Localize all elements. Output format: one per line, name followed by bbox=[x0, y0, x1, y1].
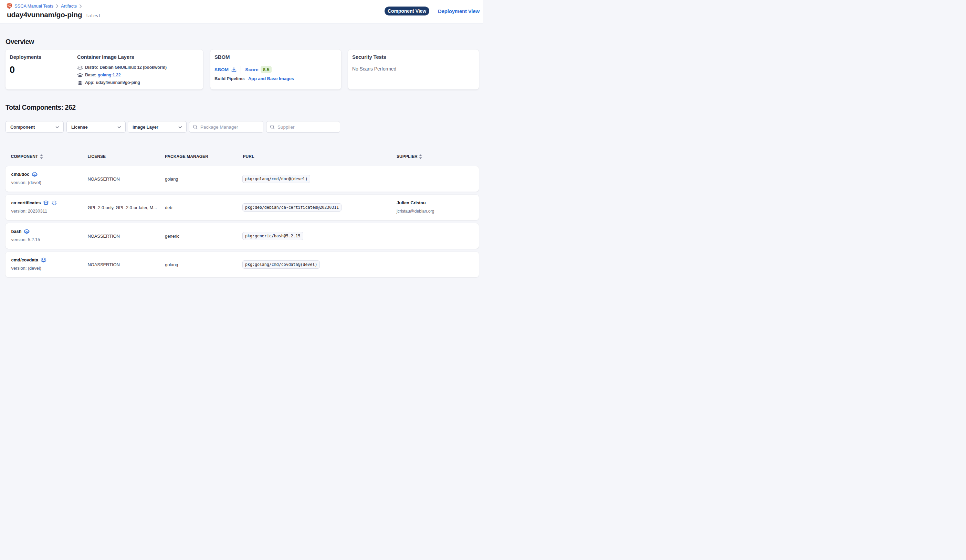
supplier-name: Julien Cristau bbox=[397, 200, 434, 206]
deployments-count: 0 bbox=[10, 65, 15, 75]
distro-layer-icon bbox=[77, 65, 83, 70]
breadcrumb-link-project[interactable]: SSCA Manual Tests bbox=[15, 3, 53, 8]
app-layer-icon bbox=[43, 201, 49, 205]
package-manager-search-input[interactable] bbox=[200, 124, 252, 130]
download-icon[interactable] bbox=[232, 67, 237, 72]
breadcrumb-chevron-icon bbox=[56, 4, 59, 8]
title-row: uday4vunnam/go-ping latest bbox=[7, 10, 101, 19]
table-row[interactable]: ca-certificates version: 20230311 GPL-2.… bbox=[5, 195, 479, 220]
build-pipeline-label: Build Pipeline: bbox=[215, 76, 245, 81]
app-value: uday4vunnam/go-ping bbox=[96, 80, 140, 85]
app-layer-icon bbox=[32, 172, 38, 177]
chevron-down-icon bbox=[117, 126, 121, 129]
package-manager-cell: generic bbox=[165, 223, 179, 249]
security-tests-card: Security Tests No Scans Performed bbox=[348, 49, 479, 89]
package-manager-cell: deb bbox=[165, 195, 172, 220]
build-pipeline-link[interactable]: App and Base Images bbox=[248, 76, 294, 81]
component-name: ca-certificates bbox=[12, 200, 41, 206]
purl-chip: pkg:golang/cmd/doc@(devel) bbox=[242, 175, 310, 183]
artifact-tag-label: latest bbox=[86, 13, 100, 18]
purl-chip: pkg:deb/debian/ca-certificates@20230311 bbox=[242, 203, 342, 211]
artifact-detail-page: SSCA Manual Tests Artifacts uday4vunnam/… bbox=[0, 0, 483, 280]
total-components-heading: Total Components: 262 bbox=[5, 103, 76, 111]
base-layer-row: Base: golang:1.22 bbox=[77, 72, 167, 78]
search-icon bbox=[270, 124, 275, 129]
license-cell: GPL-2.0-only, GPL-2.0-or-later, M... bbox=[88, 195, 157, 220]
sbom-title: SBOM bbox=[215, 54, 230, 60]
breadcrumb-chevron-icon bbox=[79, 4, 82, 8]
chevron-down-icon bbox=[56, 126, 59, 129]
column-header-license: LICENSE bbox=[88, 154, 106, 159]
purl-chip: pkg:generic/bash@5.2.15 bbox=[242, 232, 303, 240]
column-header-component[interactable]: COMPONENT bbox=[11, 154, 38, 159]
sbom-score-badge: 8.5 bbox=[261, 66, 272, 73]
app-layer-row: App: uday4vunnam/go-ping bbox=[77, 80, 167, 85]
distro-label: Distro: bbox=[85, 65, 99, 70]
column-header-package-manager: PACKAGE MANAGER bbox=[165, 154, 208, 159]
component-name: cmd/doc bbox=[12, 172, 30, 177]
app-label: App: bbox=[85, 80, 94, 85]
component-version: version: (devel) bbox=[12, 265, 41, 271]
distro-layer-icon bbox=[51, 201, 57, 205]
security-tests-status: No Scans Performed bbox=[352, 66, 396, 72]
page-title: uday4vunnam/go-ping bbox=[7, 10, 82, 19]
license-filter-dropdown[interactable]: License bbox=[66, 121, 126, 133]
sbom-score-label: Score bbox=[245, 67, 258, 72]
app-layer-icon bbox=[41, 258, 46, 262]
table-row[interactable]: bash version: 5.2.15 NOASSERTION generic… bbox=[5, 223, 479, 249]
deployment-view-link[interactable]: Deployment View bbox=[438, 8, 480, 14]
column-header-supplier[interactable]: SUPPLIER bbox=[397, 154, 417, 159]
breadcrumb-link-artifacts[interactable]: Artifacts bbox=[61, 3, 77, 8]
sort-icon[interactable] bbox=[40, 154, 43, 159]
component-filter-dropdown[interactable]: Component bbox=[5, 121, 64, 133]
distro-layer-row: Distro: Debian GNU/Linux 12 (bookworm) bbox=[77, 65, 167, 70]
sort-icon[interactable] bbox=[419, 154, 422, 159]
table-row[interactable]: cmd/covdata version: (devel) NOASSERTION… bbox=[5, 252, 479, 277]
package-manager-cell: golang bbox=[165, 252, 178, 277]
package-manager-cell: golang bbox=[165, 166, 178, 192]
license-cell: NOASSERTION bbox=[88, 223, 120, 249]
app-layer-icon bbox=[77, 80, 83, 85]
table-row[interactable]: cmd/doc version: (devel) NOASSERTION gol… bbox=[5, 166, 479, 192]
supplier-cell: Julien Cristau jcristau@debian.org bbox=[397, 200, 434, 214]
license-cell: NOASSERTION bbox=[88, 252, 120, 277]
column-header-purl: PURL bbox=[243, 154, 255, 159]
page-header: SSCA Manual Tests Artifacts uday4vunnam/… bbox=[0, 0, 483, 23]
sbom-download-link[interactable]: SBOM bbox=[215, 67, 228, 72]
base-image-link[interactable]: golang:1.22 bbox=[98, 72, 121, 78]
distro-value: Debian GNU/Linux 12 (bookworm) bbox=[100, 65, 167, 70]
component-version: version: (devel) bbox=[12, 180, 41, 185]
supplier-search-input[interactable] bbox=[278, 124, 329, 130]
search-icon bbox=[193, 124, 197, 129]
supplier-search bbox=[266, 121, 340, 133]
package-manager-search bbox=[189, 121, 263, 133]
app-layer-icon bbox=[24, 229, 30, 234]
deployments-card: Deployments 0 Container Image Layers Dis… bbox=[5, 49, 203, 89]
component-name: bash bbox=[12, 229, 22, 234]
table-header: COMPONENT LICENSE PACKAGE MANAGER PURL S… bbox=[0, 154, 483, 159]
vertical-divider bbox=[241, 66, 241, 74]
base-label: Base: bbox=[85, 72, 96, 78]
component-view-button[interactable]: Component View bbox=[384, 7, 429, 15]
image-layers-title: Container Image Layers bbox=[77, 54, 167, 60]
overview-heading: Overview bbox=[5, 38, 34, 46]
sbom-card: SBOM SBOM Score 8.5 Build Pipeline: App … bbox=[210, 49, 341, 89]
security-tests-title: Security Tests bbox=[352, 54, 386, 60]
breadcrumb: SSCA Manual Tests Artifacts bbox=[7, 3, 82, 9]
image-layer-filter-dropdown[interactable]: Image Layer bbox=[128, 121, 187, 133]
purl-chip: pkg:golang/cmd/covdata@(devel) bbox=[242, 260, 320, 269]
component-version: version: 5.2.15 bbox=[12, 237, 40, 242]
component-name: cmd/covdata bbox=[12, 257, 38, 263]
component-version: version: 20230311 bbox=[12, 208, 47, 214]
chevron-down-icon bbox=[178, 126, 182, 129]
deployments-title: Deployments bbox=[10, 54, 41, 60]
supplier-email: jcristau@debian.org bbox=[397, 209, 434, 214]
ssca-module-icon bbox=[7, 3, 12, 9]
license-cell: NOASSERTION bbox=[88, 166, 120, 192]
base-layer-icon bbox=[77, 73, 83, 78]
